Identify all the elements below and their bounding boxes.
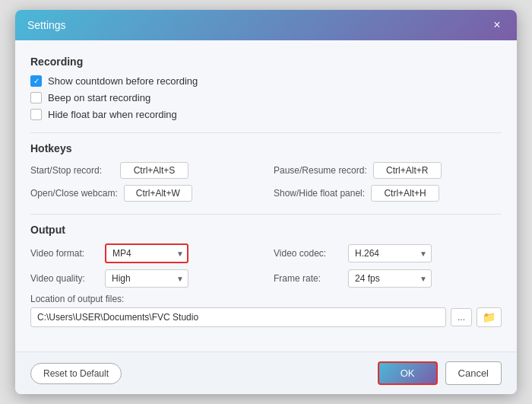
close-button[interactable]: × bbox=[489, 17, 505, 33]
hotkey-row-2: Open/Close webcam: bbox=[30, 185, 258, 202]
output-section: Output Video format: MP4 AVI MOV MKV GIF… bbox=[30, 224, 502, 327]
location-input[interactable] bbox=[30, 307, 446, 327]
checkbox-label-2: Hide float bar when recording bbox=[48, 109, 177, 120]
hotkey-input-1[interactable] bbox=[373, 162, 442, 179]
divider-2 bbox=[30, 214, 502, 215]
location-row: Location of output files: ... 📁 bbox=[30, 294, 502, 327]
video-codec-label: Video codec: bbox=[274, 248, 342, 259]
location-label: Location of output files: bbox=[30, 294, 502, 304]
recording-section: Recording Show countdown before recordin… bbox=[30, 56, 502, 120]
hotkeys-section-title: Hotkeys bbox=[30, 142, 502, 154]
title-bar: Settings × bbox=[15, 10, 517, 40]
checkbox-row-0: Show countdown before recording bbox=[30, 75, 502, 87]
dialog-footer: Reset to Default OK Cancel bbox=[15, 352, 517, 394]
checkbox-row-2: Hide float bar when recording bbox=[30, 109, 502, 120]
hotkey-label-2: Open/Close webcam: bbox=[30, 188, 118, 199]
hotkey-input-3[interactable] bbox=[371, 185, 439, 202]
video-format-row: Video format: MP4 AVI MOV MKV GIF ▼ bbox=[30, 243, 258, 263]
video-quality-row: Video quality: Low Medium High Lossless … bbox=[30, 269, 258, 288]
video-format-select-wrapper: MP4 AVI MOV MKV GIF ▼ bbox=[105, 243, 188, 263]
video-codec-row: Video codec: H.264 H.265 VP9 ▼ bbox=[274, 243, 502, 263]
location-input-row: ... 📁 bbox=[30, 307, 502, 327]
video-quality-label: Video quality: bbox=[30, 273, 99, 284]
hotkeys-section: Hotkeys Start/Stop record: Pause/Resume … bbox=[30, 142, 502, 202]
cancel-button[interactable]: Cancel bbox=[445, 361, 502, 385]
frame-rate-select[interactable]: 15 fps 24 fps 30 fps 60 fps bbox=[348, 269, 432, 288]
checkbox-label-0: Show countdown before recording bbox=[48, 75, 198, 87]
location-browse-button[interactable]: ... bbox=[451, 308, 472, 326]
hotkey-input-2[interactable] bbox=[124, 185, 192, 202]
video-format-select[interactable]: MP4 AVI MOV MKV GIF bbox=[105, 243, 188, 263]
hotkey-input-0[interactable] bbox=[120, 162, 188, 179]
recording-section-title: Recording bbox=[30, 56, 502, 68]
frame-rate-row: Frame rate: 15 fps 24 fps 30 fps 60 fps … bbox=[274, 269, 502, 288]
dialog-title: Settings bbox=[27, 19, 66, 31]
hotkey-label-0: Start/Stop record: bbox=[30, 165, 114, 176]
checkbox-row-1: Beep on start recording bbox=[30, 92, 502, 103]
checkbox-label-1: Beep on start recording bbox=[48, 92, 150, 103]
hotkeys-grid: Start/Stop record: Pause/Resume record: … bbox=[30, 162, 502, 202]
folder-icon: 📁 bbox=[483, 311, 496, 323]
video-format-label: Video format: bbox=[30, 248, 99, 259]
output-grid: Video format: MP4 AVI MOV MKV GIF ▼ Vide… bbox=[30, 243, 502, 288]
frame-rate-select-wrapper: 15 fps 24 fps 30 fps 60 fps ▼ bbox=[348, 269, 432, 288]
checkbox-beep-start[interactable] bbox=[30, 92, 42, 103]
hotkey-row-0: Start/Stop record: bbox=[30, 162, 258, 179]
video-quality-select-wrapper: Low Medium High Lossless ▼ bbox=[105, 269, 188, 288]
video-codec-select-wrapper: H.264 H.265 VP9 ▼ bbox=[348, 244, 432, 262]
hotkey-label-3: Show/Hide float panel: bbox=[274, 188, 365, 199]
settings-content: Recording Show countdown before recordin… bbox=[15, 40, 517, 352]
hotkey-label-1: Pause/Resume record: bbox=[274, 165, 367, 176]
video-codec-select[interactable]: H.264 H.265 VP9 bbox=[348, 244, 432, 262]
checkbox-show-countdown[interactable] bbox=[30, 75, 42, 87]
frame-rate-label: Frame rate: bbox=[274, 273, 342, 284]
checkbox-hide-float[interactable] bbox=[30, 109, 42, 120]
output-section-title: Output bbox=[30, 224, 502, 236]
divider-1 bbox=[30, 132, 502, 133]
hotkey-row-1: Pause/Resume record: bbox=[274, 162, 502, 179]
hotkey-row-3: Show/Hide float panel: bbox=[274, 185, 502, 202]
ok-button[interactable]: OK bbox=[378, 361, 438, 385]
footer-buttons: OK Cancel bbox=[378, 361, 502, 385]
location-folder-button[interactable]: 📁 bbox=[477, 307, 502, 327]
video-quality-select[interactable]: Low Medium High Lossless bbox=[105, 269, 188, 288]
reset-to-default-button[interactable]: Reset to Default bbox=[30, 363, 122, 384]
settings-dialog: Settings × Recording Show countdown befo… bbox=[15, 10, 517, 394]
